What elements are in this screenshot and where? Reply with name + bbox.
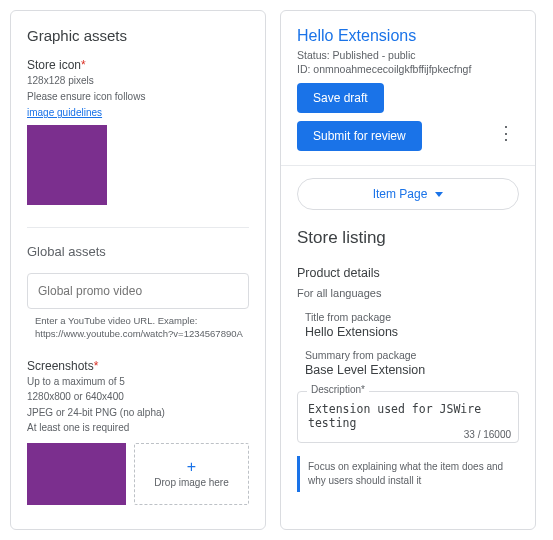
graphic-assets-panel: Graphic assets Store icon* 128x128 pixel… (10, 10, 266, 530)
product-details-heading: Product details (297, 266, 519, 280)
screenshots-hint-4: At least one is required (27, 421, 249, 435)
summary-from-package-value: Base Level Extension (305, 363, 519, 377)
store-icon-note: Please ensure icon follows (27, 90, 249, 104)
save-draft-button[interactable]: Save draft (297, 83, 384, 113)
promo-video-hint: Enter a YouTube video URL. Example: http… (35, 315, 249, 341)
extension-id: ID: onmnoahmececoilgkfbffijfpkecfngf (297, 63, 519, 75)
screenshot-thumbnail[interactable] (27, 443, 126, 505)
screenshots-hint-2: 1280x800 or 640x400 (27, 390, 249, 404)
submit-for-review-button[interactable]: Submit for review (297, 121, 422, 151)
plus-icon: + (187, 459, 196, 475)
global-assets-heading: Global assets (27, 244, 249, 259)
screenshots-hint-3: JPEG or 24-bit PNG (no alpha) (27, 406, 249, 420)
store-icon-dims: 128x128 pixels (27, 74, 249, 88)
store-listing-panel: Hello Extensions Status: Published - pub… (280, 10, 536, 530)
for-all-languages-label: For all languages (297, 286, 519, 301)
image-guidelines-link[interactable]: image guidelines (27, 107, 102, 118)
screenshots-label: Screenshots* (27, 359, 249, 373)
status-text: Status: Published - public (297, 49, 519, 61)
item-page-dropdown[interactable]: Item Page (297, 178, 519, 210)
screenshots-row: + Drop image here (27, 443, 249, 505)
title-from-package-label: Title from package (305, 311, 519, 323)
divider (27, 227, 249, 228)
store-icon-section: Store icon* 128x128 pixels Please ensure… (27, 58, 249, 205)
more-options-icon[interactable]: ⋮ (493, 120, 519, 146)
graphic-assets-heading: Graphic assets (27, 27, 249, 44)
screenshots-section: Screenshots* Up to a maximum of 5 1280x8… (27, 359, 249, 505)
character-count: 33 / 16000 (464, 429, 511, 440)
store-listing-heading: Store listing (297, 228, 519, 248)
action-buttons-row: Save draft (297, 83, 519, 113)
title-from-package-value: Hello Extensions (305, 325, 519, 339)
chevron-down-icon (435, 192, 443, 197)
description-field-wrap: Description* 33 / 16000 (297, 391, 519, 446)
store-icon-preview[interactable] (27, 125, 107, 205)
promo-video-input[interactable] (27, 273, 249, 309)
extension-title-link[interactable]: Hello Extensions (297, 27, 519, 45)
description-helper-text: Focus on explaining what the item does a… (297, 456, 519, 492)
dropzone-label: Drop image here (154, 477, 228, 488)
required-asterisk: * (94, 359, 99, 373)
screenshots-hint-1: Up to a maximum of 5 (27, 375, 249, 389)
description-label: Description* (307, 384, 369, 395)
divider (281, 165, 535, 166)
required-asterisk: * (81, 58, 86, 72)
item-page-label: Item Page (373, 187, 428, 201)
summary-from-package-label: Summary from package (305, 349, 519, 361)
screenshot-dropzone[interactable]: + Drop image here (134, 443, 249, 505)
store-icon-label: Store icon* (27, 58, 249, 72)
action-buttons-row-2: Submit for review ⋮ (297, 115, 519, 151)
